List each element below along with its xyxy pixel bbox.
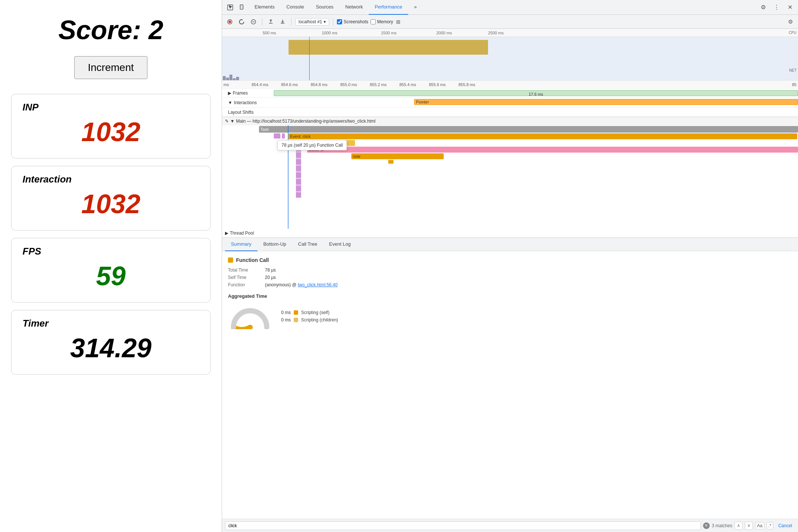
legend-self-dot <box>294 310 298 315</box>
dr-ms: ms <box>224 82 229 87</box>
function-link[interactable]: two_click.html:56:40 <box>298 282 338 287</box>
function-anonymous: (anonymous) @ <box>265 282 298 287</box>
legend-scripting-children: 0 ms Scripting (children) <box>281 317 338 323</box>
tooltip-text: 78 μs (self 20 μs) Function Call <box>282 143 343 148</box>
function-call-tooltip: 78 μs (self 20 μs) Function Call <box>277 140 347 150</box>
svg-rect-2 <box>241 5 243 8</box>
aggregated-title: Aggregated Time <box>228 293 792 299</box>
inspect-icon[interactable] <box>225 2 235 13</box>
task-label: Task <box>260 127 269 132</box>
dr-end: 85 <box>792 82 797 87</box>
download-button[interactable] <box>278 17 287 27</box>
interaction-card: Interaction 1032 <box>11 166 211 231</box>
toolbar-separator-1 <box>262 18 262 25</box>
event-click-label: Event: click <box>290 134 311 139</box>
tab-elements[interactable]: Elements <box>249 0 280 15</box>
svg-point-3 <box>241 9 242 9</box>
search-cancel-button[interactable]: Cancel <box>775 522 795 530</box>
overview-timeline[interactable]: 500 ms 1000 ms 1500 ms 2000 ms 2500 ms C… <box>222 29 798 81</box>
tab-summary[interactable]: Summary <box>225 238 258 251</box>
record-button[interactable] <box>225 17 235 27</box>
search-next-button[interactable]: ∨ <box>745 522 753 530</box>
dr-8548: 854.8 ms <box>311 82 327 87</box>
search-bar: ✕ 3 matches ∧ ∨ Aa .* Cancel <box>222 519 798 532</box>
self-time-value: 20 μs <box>265 275 276 280</box>
task-bar: Task <box>259 126 798 133</box>
dr-8544: 854.4 ms <box>252 82 268 87</box>
inp-value: 1032 <box>23 117 199 147</box>
ruler-1000: 1000 ms <box>322 31 337 35</box>
memory-checkbox[interactable] <box>371 19 376 24</box>
main-thread-label: Main — http://localhost:5173/understandi… <box>236 119 376 124</box>
toolbar-separator-2 <box>291 18 291 25</box>
interaction-label: Interaction <box>23 174 199 185</box>
upload-button[interactable] <box>266 17 276 27</box>
self-time-label: Self Time <box>228 275 265 280</box>
tab-network[interactable]: Network <box>340 0 369 15</box>
search-clear-button[interactable]: ✕ <box>703 522 710 529</box>
search-regex[interactable]: .* <box>767 522 773 529</box>
summary-color-indicator <box>228 258 233 263</box>
perf-settings-icon[interactable]: ⚙ <box>785 17 795 27</box>
screenshots-checkbox[interactable] <box>337 19 342 24</box>
close-icon[interactable]: ✕ <box>785 2 795 13</box>
frames-value: 17.6 ms <box>529 92 543 96</box>
tab-performance[interactable]: Performance <box>369 0 408 15</box>
total-time-row: Total Time 78 μs <box>228 267 792 273</box>
settings-icon[interactable]: ⚙ <box>758 2 768 13</box>
inp-label: INP <box>23 102 199 113</box>
more-icon[interactable]: ⋮ <box>771 2 782 13</box>
thread-pool-label: Thread Pool <box>230 231 254 236</box>
legend-self-value: 0 ms <box>281 310 291 315</box>
tab-call-tree[interactable]: Call Tree <box>292 238 323 251</box>
layout-shifts-content <box>274 108 798 116</box>
ruler-1500: 1500 ms <box>381 31 396 35</box>
dr-8554: 855.4 ms <box>399 82 416 87</box>
target-selector[interactable]: localhost #1 ▾ <box>295 18 329 25</box>
memory-checkbox-label[interactable]: Memory <box>371 19 393 24</box>
timer-card: Timer 314.29 <box>11 310 211 375</box>
block-for-bar: blockFor <box>307 147 798 153</box>
ruler-2500: 2500 ms <box>488 31 504 35</box>
toolbar-separator-3 <box>333 18 333 25</box>
purple-bar-1 <box>274 133 280 139</box>
detail-ruler: ms 854.4 ms 854.6 ms 854.8 ms 855.0 ms 8… <box>222 81 798 89</box>
timer-label: Timer <box>23 318 199 329</box>
interactions-track: ▼ Interactions Pointer <box>222 98 798 108</box>
function-label: Function <box>228 282 265 287</box>
main-thread-header: ✎ ▼ Main — http://localhost:5173/underst… <box>222 117 798 125</box>
tab-sources[interactable]: Sources <box>310 0 340 15</box>
fps-card: FPS 59 <box>11 238 211 303</box>
tab-event-log[interactable]: Event Log <box>323 238 357 251</box>
tab-more[interactable]: » <box>408 0 423 15</box>
purple-bar-2 <box>282 133 285 139</box>
inp-card: INP 1032 <box>11 94 211 158</box>
device-icon[interactable] <box>237 2 247 13</box>
thread-pool-row[interactable]: ▶ Thread Pool <box>222 229 798 238</box>
search-matches: 3 matches <box>712 523 732 528</box>
screenshots-label: Screenshots <box>344 19 368 24</box>
ruler-2000: 2000 ms <box>436 31 452 35</box>
tab-bottom-up[interactable]: Bottom-Up <box>258 238 292 251</box>
layout-shifts-track: Layout Shifts <box>222 108 798 117</box>
dr-8556: 855.6 ms <box>429 82 446 87</box>
main-thread-track[interactable]: Task Event: click F... Function Call blo… <box>222 125 798 229</box>
dr-8558: 855.8 ms <box>458 82 475 87</box>
frames-arrow: ▶ <box>228 91 231 96</box>
legend-self-label: Scripting (self) <box>301 310 330 315</box>
increment-button[interactable]: Increment <box>74 56 148 79</box>
memory-label: Memory <box>377 19 393 24</box>
tab-console[interactable]: Console <box>280 0 310 15</box>
cpu-label: CPU <box>789 31 797 35</box>
main-thread-area: ✎ ▼ Main — http://localhost:5173/underst… <box>222 117 798 238</box>
pencil-icon: ✎ <box>225 119 229 124</box>
search-input[interactable] <box>225 521 701 530</box>
refresh-button[interactable] <box>237 17 246 27</box>
search-case-sensitive[interactable]: Aa <box>755 522 764 529</box>
search-prev-button[interactable]: ∧ <box>734 522 743 530</box>
screenshots-checkbox-label[interactable]: Screenshots <box>337 19 368 24</box>
function-value: (anonymous) @ two_click.html:56:40 <box>265 282 338 287</box>
clear-button[interactable] <box>249 17 258 27</box>
summary-title-text: Function Call <box>236 257 269 263</box>
timeline-screenshots: NET <box>222 37 798 81</box>
